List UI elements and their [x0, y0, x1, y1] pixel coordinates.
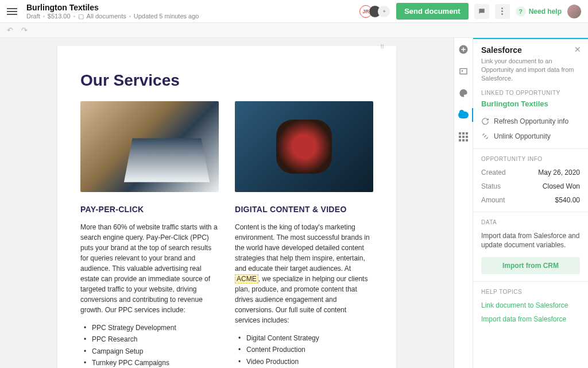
- list-item: Digital Content Strategy: [246, 332, 373, 344]
- list-item: Video Production: [246, 356, 373, 367]
- list-item: PPC Research: [92, 334, 219, 345]
- doc-amount: $513.00: [48, 13, 71, 20]
- info-status: StatusClosed Won: [473, 179, 588, 193]
- help-topics-label: HELP TOPICS: [473, 286, 588, 298]
- menu-icon[interactable]: [7, 8, 17, 15]
- column-right: DIGITAL CONTENT & VIDEO Content is the k…: [235, 101, 373, 368]
- salesforce-panel: Salesforce ✕ Link your document to an Op…: [473, 38, 588, 368]
- add-icon[interactable]: [458, 44, 469, 55]
- image-laptop: [80, 101, 219, 192]
- doc-title: Burlington Textiles: [26, 3, 363, 12]
- panel-desc: Link your document to an Opportunity and…: [481, 57, 580, 83]
- updated-time: Updated 5 minutes ago: [134, 13, 199, 20]
- help-icon: ?: [516, 6, 526, 17]
- page-heading: Our Services: [80, 71, 373, 90]
- help-link-1[interactable]: Link document to Salesforce: [473, 298, 588, 312]
- toolbar: ↶ ↷: [0, 23, 588, 38]
- data-label: DATA: [473, 217, 588, 229]
- folder-name[interactable]: All documents: [87, 13, 126, 20]
- unlink-icon: [481, 132, 489, 140]
- col2-list: Digital Content Strategy Content Product…: [235, 332, 373, 368]
- linked-opportunity[interactable]: Burlington Textiles: [473, 99, 588, 114]
- list-item: PPC Strategy Development: [92, 322, 219, 334]
- redo-icon[interactable]: ↷: [21, 26, 28, 34]
- undo-icon[interactable]: ↶: [7, 26, 13, 34]
- document-page[interactable]: Our Services PAY-PER-CLICK More than 60%…: [57, 46, 396, 368]
- col2-para: Content is the king of today's marketing…: [235, 222, 373, 325]
- linked-label: LINKED TO OPPORTUNITY: [473, 87, 588, 99]
- chat-icon[interactable]: [474, 4, 489, 19]
- svg-rect-1: [460, 68, 467, 74]
- image-camera: [235, 101, 373, 192]
- col1-para: More than 60% of website traffic starts …: [80, 222, 219, 315]
- info-label: OPPORTUNITY INFO: [473, 154, 588, 166]
- list-item: Campaign Setup: [92, 346, 219, 357]
- import-button[interactable]: Import from CRM: [481, 257, 580, 274]
- col2-title: DIGITAL CONTENT & VIDEO: [235, 205, 373, 214]
- doc-meta: Draft $513.00 ▢ All documents Updated 5 …: [26, 13, 363, 20]
- list-item: Turnkey PPC Campaigns: [92, 357, 219, 368]
- close-icon[interactable]: ✕: [574, 45, 581, 54]
- column-left: PAY-PER-CLICK More than 60% of website t…: [80, 101, 219, 368]
- topbar: Burlington Textiles Draft $513.00 ▢ All …: [0, 0, 588, 23]
- svg-point-2: [462, 71, 462, 71]
- refresh-icon: [481, 117, 489, 125]
- avatar-group[interactable]: JR +: [363, 5, 390, 18]
- add-user-button[interactable]: +: [378, 5, 390, 18]
- palette-icon[interactable]: [458, 87, 469, 99]
- refresh-action[interactable]: Refresh Opportunity info: [473, 114, 588, 129]
- drag-handle-icon[interactable]: ⠿: [380, 44, 385, 50]
- apps-icon[interactable]: [458, 131, 469, 143]
- col1-title: PAY-PER-CLICK: [80, 205, 219, 214]
- side-rail: [454, 38, 473, 368]
- list-item: Content Production: [246, 344, 373, 355]
- status-badge: Draft: [26, 13, 40, 20]
- variable-acme[interactable]: ACME: [235, 274, 258, 283]
- panel-title: Salesforce: [481, 45, 580, 55]
- col1-list: PPC Strategy Development PPC Research Ca…: [80, 322, 219, 368]
- more-icon[interactable]: [495, 4, 510, 19]
- data-text: Import data from Salesforce and update d…: [473, 229, 588, 256]
- user-avatar[interactable]: [567, 5, 581, 18]
- folder-icon: ▢: [78, 13, 84, 20]
- info-amount: Amount$540.00: [473, 193, 588, 207]
- canvas[interactable]: ⠿ Our Services PAY-PER-CLICK More than 6…: [0, 38, 454, 368]
- send-button[interactable]: Send document: [396, 3, 469, 20]
- unlink-action[interactable]: Unlink Opportunity: [473, 129, 588, 144]
- help-button[interactable]: ? Need help: [516, 6, 562, 17]
- topbar-right: JR + Send document ? Need help: [363, 3, 581, 20]
- help-link-2[interactable]: Import data from Salesforce: [473, 312, 588, 326]
- salesforce-icon[interactable]: [458, 109, 469, 121]
- content-icon[interactable]: [458, 66, 469, 77]
- doc-info: Burlington Textiles Draft $513.00 ▢ All …: [26, 3, 363, 20]
- info-created: CreatedMay 26, 2020: [473, 166, 588, 179]
